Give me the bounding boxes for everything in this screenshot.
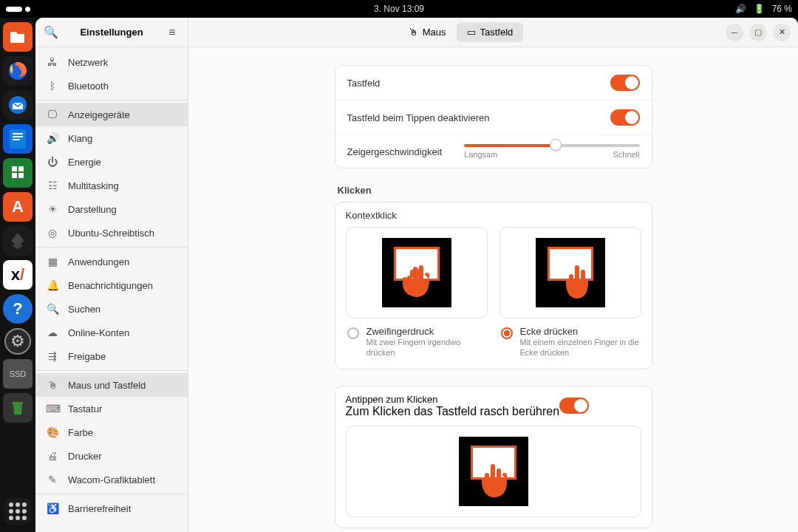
touchpad-enable-switch[interactable] bbox=[610, 75, 640, 91]
dock: A x/ ? ⚙ SSD bbox=[0, 18, 35, 532]
sidebar-item-mouse-touchpad[interactable]: 🖱Maus und Tastfeld bbox=[35, 373, 188, 397]
touchpad-general-card: Tastfeld Tastfeld beim Tippen deaktivier… bbox=[335, 65, 652, 168]
window-maximize[interactable]: ▢ bbox=[749, 24, 767, 41]
dock-app-trash[interactable] bbox=[3, 393, 33, 423]
dock-app-help[interactable]: ? bbox=[3, 294, 33, 324]
context-click-title: Kontextklick bbox=[346, 210, 641, 221]
tab-group: 🖱Maus ▭Tastfeld bbox=[398, 22, 524, 42]
sidebar-item-online-accounts[interactable]: ☁Online-Konten bbox=[35, 321, 188, 344]
pointer-speed-slider[interactable] bbox=[464, 144, 639, 147]
tap-to-click-sub: Zum Klicken das Tastfeld rasch berühren bbox=[346, 405, 560, 418]
touchpad-enable-label: Tastfeld bbox=[347, 78, 381, 89]
app-title: Einstellungen bbox=[61, 27, 163, 38]
pointer-speed-label: Zeigergeschwindigkeit bbox=[347, 146, 443, 157]
sidebar-item-sharing[interactable]: ⇶Freigabe bbox=[35, 344, 188, 368]
dock-app-disks[interactable]: SSD bbox=[3, 359, 33, 389]
tab-touchpad[interactable]: ▭Tastfeld bbox=[457, 22, 524, 42]
sidebar-item-notifications[interactable]: 🔔Benachrichtigungen bbox=[35, 273, 188, 297]
dock-app-calc[interactable] bbox=[3, 158, 33, 188]
svg-rect-4 bbox=[13, 136, 23, 137]
volume-icon: 🔊 bbox=[735, 4, 746, 14]
dock-app-firefox[interactable] bbox=[3, 56, 33, 86]
sidebar-list: 🖧Netzwerk ᛒBluetooth 🖵Anzeigegeräte 🔊Kla… bbox=[35, 47, 188, 532]
tap-to-click-switch[interactable] bbox=[559, 398, 589, 414]
sidebar-item-keyboard[interactable]: ⌨Tastatur bbox=[35, 397, 188, 420]
content-header: 🖱Maus ▭Tastfeld ─ ▢ ✕ bbox=[188, 18, 798, 47]
dock-show-apps[interactable] bbox=[4, 498, 31, 525]
context-click-card: Kontextklick Zweifi bbox=[335, 202, 652, 369]
dock-app-thunderbird[interactable] bbox=[3, 90, 33, 120]
sidebar-item-accessibility[interactable]: ♿Barrierefreiheit bbox=[35, 497, 188, 520]
sidebar-item-bluetooth[interactable]: ᛒBluetooth bbox=[35, 74, 188, 98]
radio-corner-push[interactable]: Ecke drückenMit einem einzelnen Finger i… bbox=[499, 326, 641, 358]
sidebar-item-sound[interactable]: 🔊Klang bbox=[35, 126, 188, 150]
dock-app-inkscape[interactable] bbox=[3, 226, 33, 256]
tap-to-click-label: Antippen zum Klicken bbox=[346, 394, 560, 405]
content: 🖱Maus ▭Tastfeld ─ ▢ ✕ Tastfeld bbox=[188, 18, 798, 532]
sidebar-item-ubuntu-desktop[interactable]: ◎Ubuntu-Schreibtisch bbox=[35, 221, 188, 245]
sidebar-item-printers[interactable]: 🖨Drucker bbox=[35, 444, 188, 468]
tap-to-click-card: Antippen zum Klicken Zum Klicken das Tas… bbox=[335, 386, 652, 528]
window-minimize[interactable]: ─ bbox=[726, 24, 743, 41]
search-icon[interactable]: 🔍 bbox=[41, 23, 61, 42]
svg-rect-3 bbox=[13, 133, 23, 134]
dock-app-files[interactable] bbox=[3, 22, 33, 52]
section-clicking: Klicken bbox=[338, 185, 652, 196]
dock-app-software[interactable]: A bbox=[3, 192, 33, 222]
disable-while-typing-switch[interactable] bbox=[610, 109, 640, 126]
window-close[interactable]: ✕ bbox=[773, 24, 791, 41]
touchpad-icon: ▭ bbox=[467, 27, 476, 38]
sidebar-item-power[interactable]: ⏻Energie bbox=[35, 150, 188, 174]
sidebar-item-applications[interactable]: ▦Anwendungen bbox=[35, 250, 188, 273]
tab-mouse[interactable]: 🖱Maus bbox=[398, 22, 457, 42]
option-corner-push[interactable] bbox=[499, 227, 641, 318]
dock-app-writer[interactable] bbox=[3, 124, 33, 154]
svg-rect-7 bbox=[12, 166, 17, 171]
content-body: Tastfeld Tastfeld beim Tippen deaktivier… bbox=[188, 47, 798, 532]
dock-app-xournal[interactable]: x/ bbox=[3, 260, 33, 290]
svg-rect-9 bbox=[12, 173, 17, 178]
svg-rect-5 bbox=[13, 139, 20, 140]
svg-rect-11 bbox=[13, 402, 23, 404]
sidebar-item-color[interactable]: 🎨Farbe bbox=[35, 420, 188, 444]
svg-rect-10 bbox=[18, 173, 24, 178]
disable-while-typing-label: Tastfeld beim Tippen deaktivieren bbox=[347, 112, 490, 123]
dock-app-settings[interactable]: ⚙ bbox=[4, 328, 31, 355]
option-two-finger[interactable] bbox=[346, 227, 488, 318]
battery-percent: 76 % bbox=[772, 4, 792, 14]
sidebar-item-displays[interactable]: 🖵Anzeigegeräte bbox=[35, 103, 188, 126]
radio-two-finger[interactable]: ZweifingerdruckMit zwei Fingern irgendwo… bbox=[346, 326, 488, 358]
tap-illustration bbox=[346, 426, 641, 517]
sidebar-item-multitasking[interactable]: ☷Multitasking bbox=[35, 174, 188, 197]
sidebar-item-search[interactable]: 🔍Suchen bbox=[35, 297, 188, 321]
sidebar-item-network[interactable]: 🖧Netzwerk bbox=[35, 50, 188, 74]
sidebar-item-appearance[interactable]: ☀Darstellung bbox=[35, 197, 188, 221]
sidebar-item-wacom[interactable]: ✎Wacom-Grafiktablett bbox=[35, 468, 188, 491]
system-tray[interactable]: 🔊 🔋 76 % bbox=[735, 4, 792, 14]
menu-icon[interactable]: ≡ bbox=[163, 23, 182, 42]
sidebar: 🔍 Einstellungen ≡ 🖧Netzwerk ᛒBluetooth 🖵… bbox=[35, 18, 188, 532]
svg-rect-8 bbox=[18, 166, 24, 171]
gnome-topbar: 3. Nov 13:09 🔊 🔋 76 % bbox=[0, 0, 798, 18]
settings-window: 🔍 Einstellungen ≡ 🖧Netzwerk ᛒBluetooth 🖵… bbox=[35, 18, 798, 532]
mouse-icon: 🖱 bbox=[409, 27, 418, 38]
battery-icon: 🔋 bbox=[754, 4, 765, 14]
activities-indicator[interactable] bbox=[6, 7, 30, 12]
clock[interactable]: 3. Nov 13:09 bbox=[374, 4, 424, 14]
